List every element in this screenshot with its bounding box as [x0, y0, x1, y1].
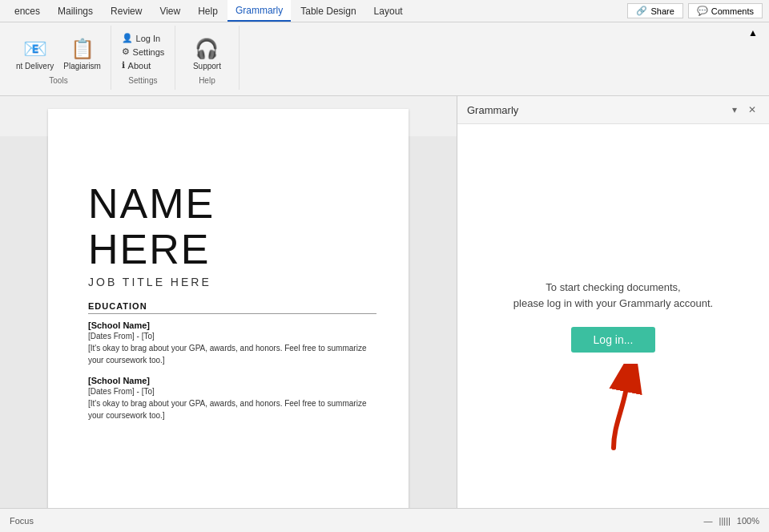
- grammarly-dropdown-button[interactable]: ▾: [729, 103, 740, 117]
- document-area: NAME HERE JOB TITLE HERE EDUCATION [Scho…: [0, 96, 457, 508]
- main-area: NAME HERE JOB TITLE HERE EDUCATION [Scho…: [0, 96, 769, 508]
- tab-grammarly[interactable]: Grammarly: [227, 0, 291, 22]
- about-button[interactable]: ℹ About: [119, 59, 167, 71]
- tab-review[interactable]: Review: [103, 0, 150, 22]
- plagiarism-icon: 📋: [70, 36, 95, 62]
- grammarly-close-button[interactable]: ✕: [745, 103, 759, 117]
- login-button[interactable]: 👤 Log In: [119, 32, 167, 44]
- settings-items: 👤 Log In ⚙ Settings ℹ About: [119, 29, 167, 71]
- support-button[interactable]: 🎧 Support: [190, 34, 224, 72]
- tab-view[interactable]: View: [151, 0, 188, 22]
- school-name-2: [School Name]: [88, 376, 376, 385]
- school-dates-1: [Dates From] - [To]: [88, 330, 376, 342]
- grammarly-header-actions: ▾ ✕: [729, 103, 759, 117]
- login-icon: 👤: [122, 33, 133, 43]
- school-dates-2: [Dates From] - [To]: [88, 385, 376, 397]
- grammarly-panel: Grammarly ▾ ✕ To start checking document…: [457, 96, 769, 508]
- status-focus-label: Focus: [10, 516, 34, 526]
- ribbon-collapse-button[interactable]: ▲: [743, 26, 763, 40]
- nt-delivery-button[interactable]: 📧 nt Delivery: [13, 34, 57, 72]
- grammarly-login-text: To start checking documents,please log i…: [513, 280, 713, 311]
- grammarly-panel-title: Grammarly: [467, 104, 518, 116]
- tools-items: 📧 nt Delivery 📋 Plagiarism: [13, 29, 104, 76]
- zoom-slider[interactable]: |||||: [719, 516, 731, 526]
- school-name-1: [School Name]: [88, 320, 376, 330]
- settings-icon: ⚙: [122, 46, 130, 57]
- document-job-title: JOB TITLE HERE: [88, 276, 376, 288]
- document-name-line1: NAME: [88, 181, 376, 227]
- grammarly-panel-body: To start checking documents,please log i…: [457, 124, 769, 508]
- help-items: 🎧 Support: [190, 29, 224, 76]
- document-paper: NAME HERE JOB TITLE HERE EDUCATION [Scho…: [48, 109, 409, 508]
- tab-layout[interactable]: Layout: [366, 0, 411, 22]
- share-icon: 🔗: [636, 6, 647, 16]
- support-icon: 🎧: [194, 36, 219, 62]
- settings-group-label: Settings: [128, 76, 157, 87]
- education-entry-1: [School Name] [Dates From] - [To] [It's …: [88, 320, 376, 366]
- plagiarism-button[interactable]: 📋 Plagiarism: [60, 34, 104, 72]
- tools-group-label: Tools: [49, 76, 67, 87]
- ribbon-group-tools: 📧 nt Delivery 📋 Plagiarism Tools: [6, 26, 111, 90]
- arrow-annotation: [566, 364, 662, 444]
- ribbon-group-help: 🎧 Support Help: [175, 26, 240, 90]
- share-button[interactable]: 🔗 Share: [627, 3, 682, 18]
- ribbon-group-settings: 👤 Log In ⚙ Settings ℹ About Settings: [111, 26, 175, 90]
- education-entry-2: [School Name] [Dates From] - [To] [It's …: [88, 376, 376, 421]
- ribbon-content: 📧 nt Delivery 📋 Plagiarism Tools 👤 Log I…: [0, 22, 769, 93]
- tab-mailings[interactable]: Mailings: [50, 0, 101, 22]
- tab-table-design[interactable]: Table Design: [292, 0, 364, 22]
- grammarly-panel-header: Grammarly ▾ ✕: [457, 96, 769, 124]
- status-bar: Focus — ||||| 100%: [0, 508, 769, 532]
- about-icon: ℹ: [122, 60, 125, 71]
- school-description-2: [It's okay to brag about your GPA, award…: [88, 397, 376, 421]
- tab-ences[interactable]: ences: [6, 0, 48, 22]
- zoom-icon: —: [704, 516, 713, 526]
- education-section-title: EDUCATION: [88, 301, 376, 314]
- delivery-icon: 📧: [22, 36, 48, 62]
- zoom-level: 100%: [737, 516, 759, 526]
- ribbon: ences Mailings Review View Help Grammarl…: [0, 0, 769, 96]
- status-right: — ||||| 100%: [704, 516, 759, 526]
- comments-button[interactable]: 💬 Comments: [688, 3, 763, 18]
- comment-icon: 💬: [697, 6, 708, 16]
- school-description-1: [It's okay to brag about your GPA, award…: [88, 342, 376, 366]
- grammarly-login-button[interactable]: Log in...: [571, 327, 656, 353]
- document-name-line2: HERE: [88, 227, 376, 272]
- settings-button[interactable]: ⚙ Settings: [119, 46, 167, 58]
- tab-help[interactable]: Help: [190, 0, 226, 22]
- help-group-label: Help: [199, 76, 215, 87]
